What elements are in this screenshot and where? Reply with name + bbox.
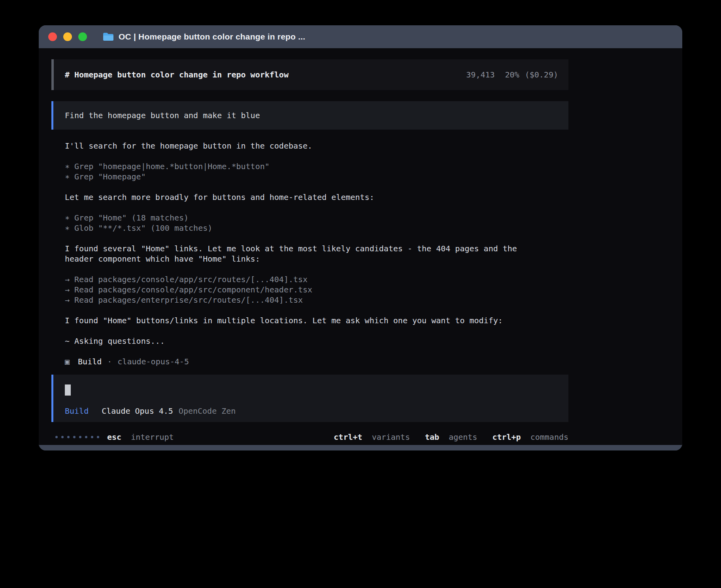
input-footer: Build Claude Opus 4.5 OpenCode Zen <box>65 406 558 416</box>
terminal-body: # Homepage button color change in repo w… <box>39 48 682 445</box>
session-title: # Homepage button color change in repo w… <box>65 70 289 80</box>
prompt-input[interactable]: Build Claude Opus 4.5 OpenCode Zen <box>51 375 568 422</box>
tool-call-glob: ∗ Glob "**/*.tsx" (100 matches) <box>65 223 568 233</box>
titlebar: OC | Homepage button color change in rep… <box>39 25 682 48</box>
window-title: OC | Homepage button color change in rep… <box>119 32 305 41</box>
assistant-text: I'll search for the homepage button in t… <box>65 141 568 151</box>
shortcut-key: ctrl+t <box>334 432 362 442</box>
shortcut-commands: ctrl+p commands <box>492 432 568 442</box>
token-count: 39,413 <box>466 70 495 80</box>
shortcut-key: ctrl+p <box>492 432 521 442</box>
window-bottom-edge <box>39 445 682 450</box>
minimize-button[interactable] <box>63 32 72 41</box>
shortcut-label: agents <box>449 432 477 442</box>
zoom-button[interactable] <box>78 32 87 41</box>
tool-call-grep: ∗ Grep "Homepage" <box>65 172 568 182</box>
shortcut-key: tab <box>425 432 439 442</box>
assistant-text: I found several "Home" links. Let me loo… <box>65 243 547 264</box>
tool-call-read: → Read packages/enterprise/src/routes/[.… <box>65 295 568 305</box>
tool-call-grep: ∗ Grep "Home" (18 matches) <box>65 213 568 223</box>
session-header: # Homepage button color change in repo w… <box>51 59 568 90</box>
input-provider-label: OpenCode Zen <box>179 406 236 416</box>
tool-call-read: → Read packages/console/app/src/routes/[… <box>65 274 568 285</box>
shortcut-interrupt: esc interrupt <box>107 432 174 442</box>
session-stats: 39,413 20% ($0.29) <box>466 70 558 80</box>
terminal-window: OC | Homepage button color change in rep… <box>39 25 682 450</box>
session-cost: ($0.29) <box>525 70 558 80</box>
assistant-text: I found "Home" buttons/links in multiple… <box>65 315 568 326</box>
agent-status-row: ▣ Build · claude-opus-4-5 <box>51 356 568 367</box>
shortcut-label: commands <box>530 432 568 442</box>
agent-separator: · <box>107 356 112 367</box>
esc-key: esc <box>107 432 121 442</box>
tool-call-read: → Read packages/console/app/src/componen… <box>65 285 568 295</box>
status-bar: esc interrupt ctrl+t variants tab agents… <box>51 432 568 442</box>
assistant-text: Let me search more broadly for buttons a… <box>65 192 568 202</box>
shortcut-label: variants <box>372 432 410 442</box>
agent-model: claude-opus-4-5 <box>117 356 189 367</box>
esc-label: interrupt <box>131 432 174 442</box>
folder-icon <box>103 32 114 41</box>
input-mode-label[interactable]: Build <box>65 406 89 416</box>
close-button[interactable] <box>48 32 57 41</box>
user-message-text: Find the homepage button and make it blu… <box>65 110 260 121</box>
assistant-status-text: ~ Asking questions... <box>65 336 568 346</box>
agent-name: Build <box>78 356 102 367</box>
traffic-lights <box>48 32 87 41</box>
tool-call-grep: ∗ Grep "homepage|home.*button|Home.*butt… <box>65 161 568 172</box>
agent-icon: ▣ <box>65 356 70 367</box>
shortcut-variants: ctrl+t variants <box>334 432 410 442</box>
input-model-label[interactable]: Claude Opus 4.5 <box>102 406 173 416</box>
shortcut-hints: ctrl+t variants tab agents ctrl+p comman… <box>319 432 568 442</box>
shortcut-agents: tab agents <box>425 432 477 442</box>
spinner-dots <box>55 436 99 438</box>
assistant-transcript: I'll search for the homepage button in t… <box>51 141 568 346</box>
context-percent: 20% <box>505 70 519 80</box>
text-cursor <box>65 384 71 396</box>
user-message: Find the homepage button and make it blu… <box>51 101 568 130</box>
